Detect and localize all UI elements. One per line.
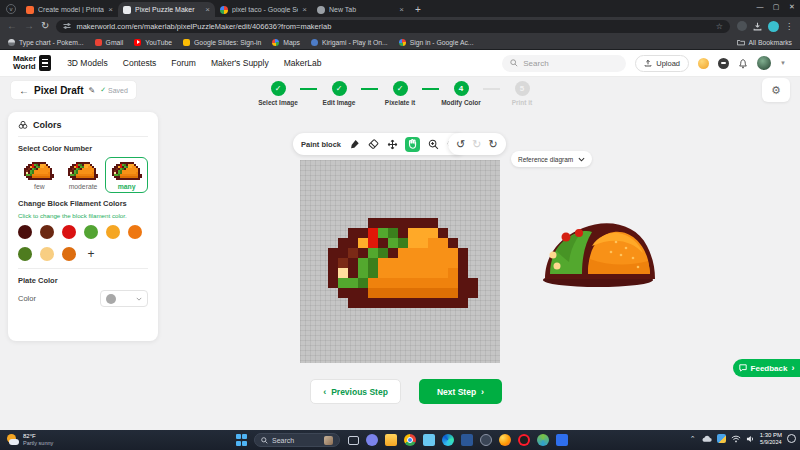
bookmark-item[interactable]: Google Slides: Sign-in <box>183 39 261 46</box>
pixel-block[interactable] <box>448 298 458 308</box>
pixel-block[interactable] <box>418 258 428 268</box>
pixel-block[interactable] <box>328 278 338 288</box>
avatar-caret-icon[interactable]: ▼ <box>780 60 786 66</box>
all-bookmarks-button[interactable]: All Bookmarks <box>737 39 792 46</box>
pixel-block[interactable] <box>438 228 448 238</box>
pixel-block[interactable] <box>358 268 368 278</box>
filament-color-swatch[interactable] <box>128 225 142 239</box>
reference-diagram-toggle[interactable]: Reference diagram <box>511 151 592 167</box>
feedback-button[interactable]: Feedback › <box>733 359 800 377</box>
taskbar-app-briefcase[interactable] <box>460 433 474 447</box>
nav-item-makerlab[interactable]: MakerLab <box>284 58 322 68</box>
bookmark-item[interactable]: Kirigami - Play it On... <box>311 39 388 46</box>
option-many[interactable]: many <box>105 157 148 193</box>
pixel-block[interactable] <box>358 278 368 288</box>
pixel-block[interactable] <box>338 278 348 288</box>
forward-icon[interactable]: → <box>24 21 34 31</box>
pixel-block[interactable] <box>348 238 358 248</box>
pixel-block[interactable] <box>438 288 448 298</box>
pixel-block[interactable] <box>458 248 468 258</box>
pixel-block[interactable] <box>418 248 428 258</box>
bookmark-item[interactable]: Gmail <box>95 39 124 46</box>
pixel-block[interactable] <box>418 298 428 308</box>
pixel-block[interactable] <box>348 228 358 238</box>
pixel-block[interactable] <box>408 238 418 248</box>
zoom-in-icon[interactable] <box>427 138 439 150</box>
tray-chevron-up-icon[interactable]: ⌃ <box>690 435 696 442</box>
pixel-block[interactable] <box>408 268 418 278</box>
bookmark-item[interactable]: YouTube <box>134 39 172 46</box>
taskbar-search-input[interactable]: Search <box>254 433 340 447</box>
pixel-block[interactable] <box>368 278 378 288</box>
pixel-block[interactable] <box>368 228 378 238</box>
notifications-bell-icon[interactable] <box>738 58 748 69</box>
pixel-block[interactable] <box>468 288 478 298</box>
pixel-block[interactable] <box>458 288 468 298</box>
filament-color-swatch[interactable] <box>40 225 54 239</box>
pixel-block[interactable] <box>398 258 408 268</box>
pixel-block[interactable] <box>348 258 358 268</box>
option-few[interactable]: few <box>18 157 61 193</box>
download-icon[interactable] <box>753 22 762 31</box>
pixel-block[interactable] <box>140 176 142 178</box>
filament-color-swatch[interactable] <box>18 225 32 239</box>
pixel-block[interactable] <box>398 298 408 308</box>
pixel-block[interactable] <box>458 268 468 278</box>
user-avatar[interactable] <box>757 56 771 70</box>
pixel-block[interactable] <box>448 238 458 248</box>
tab-close-icon[interactable]: × <box>108 5 113 14</box>
pixel-block[interactable] <box>348 298 358 308</box>
pixel-block[interactable] <box>448 258 458 268</box>
bookmark-item[interactable]: Maps <box>272 39 300 46</box>
pixel-block[interactable] <box>438 258 448 268</box>
pixel-block[interactable] <box>398 278 408 288</box>
url-text[interactable]: makerworld.com/en/makerlab/pixelPuzzleMa… <box>76 22 710 31</box>
extension-icon[interactable] <box>737 21 747 31</box>
filament-color-swatch[interactable] <box>62 247 76 261</box>
pixel-block[interactable] <box>388 218 398 228</box>
rename-pencil-icon[interactable]: ✎ <box>88 86 95 95</box>
filament-color-swatch[interactable] <box>84 225 98 239</box>
maximize-button[interactable]: ▢ <box>768 0 784 14</box>
pixel-block[interactable] <box>388 268 398 278</box>
reset-icon[interactable]: ↻ <box>488 139 497 150</box>
credits-coin-icon[interactable] <box>698 58 709 69</box>
pixel-block[interactable] <box>408 248 418 258</box>
option-moderate[interactable]: moderate <box>62 157 105 193</box>
notification-center-icon[interactable] <box>787 434 796 443</box>
pixel-block[interactable] <box>94 178 96 180</box>
pixel-block[interactable] <box>358 298 368 308</box>
pixel-block[interactable] <box>368 258 378 268</box>
upload-button[interactable]: Upload <box>635 55 689 72</box>
tab-close-icon[interactable]: × <box>205 5 210 14</box>
pixel-block[interactable] <box>398 228 408 238</box>
pixel-block[interactable] <box>368 218 378 228</box>
taskbar-clock[interactable]: 1:30 PM 5/9/2024 <box>760 432 782 445</box>
browser-menu-icon[interactable]: ⋮ <box>785 22 793 31</box>
browser-tab[interactable]: New Tab× <box>312 2 409 17</box>
pixel-block[interactable] <box>438 238 448 248</box>
pixel-block[interactable] <box>388 288 398 298</box>
settings-button[interactable]: ⚙ <box>762 78 790 102</box>
pixel-block[interactable] <box>448 248 458 258</box>
pixel-block[interactable] <box>428 258 438 268</box>
filament-color-swatch[interactable] <box>106 225 120 239</box>
step-modify-color[interactable]: 4Modify Color <box>439 81 483 106</box>
pixel-block[interactable] <box>448 268 458 278</box>
undo-icon[interactable]: ↺ <box>456 139 465 150</box>
taskbar-app-chat[interactable] <box>365 433 379 447</box>
pixel-block[interactable] <box>50 178 52 180</box>
pixel-block[interactable] <box>388 248 398 258</box>
site-search-input[interactable]: Search <box>502 55 626 72</box>
filament-color-swatch[interactable] <box>62 225 76 239</box>
pixel-block[interactable] <box>418 268 428 278</box>
pixel-block[interactable] <box>378 268 388 278</box>
bookmark-item[interactable]: Type chart - Pokem... <box>8 39 84 46</box>
pixel-block[interactable] <box>338 288 348 298</box>
pixel-block[interactable] <box>378 258 388 268</box>
messages-icon[interactable] <box>718 58 729 69</box>
browser-tab[interactable]: pixel taco - Google Search× <box>215 2 312 17</box>
taskbar-app-file-explorer[interactable] <box>384 433 398 447</box>
bookmark-item[interactable]: Sign in - Google Ac... <box>399 39 474 46</box>
pixel-block[interactable] <box>428 268 438 278</box>
